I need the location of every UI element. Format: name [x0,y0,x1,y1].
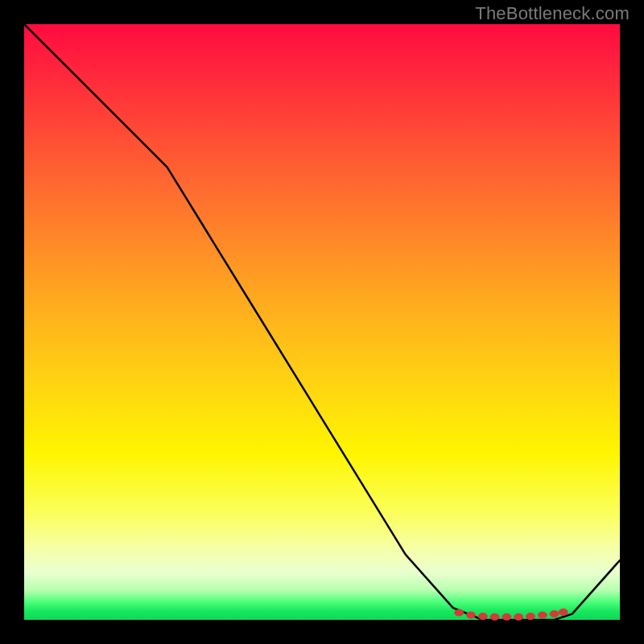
marker-dot [467,612,476,618]
chart-container: TheBottleneck.com [0,0,644,644]
marker-dot [559,609,568,615]
marker-dot [514,613,523,620]
watermark-text: TheBottleneck.com [475,3,630,24]
marker-dot [526,613,535,620]
marker-dot [502,613,511,620]
recommended-marker-cluster [455,609,568,620]
marker-dot [478,613,487,620]
chart-overlay [24,24,620,620]
marker-dot [550,611,559,617]
bottleneck-curve [24,24,620,620]
marker-dot [455,609,464,616]
marker-dot [490,613,499,620]
marker-dot [538,612,547,618]
